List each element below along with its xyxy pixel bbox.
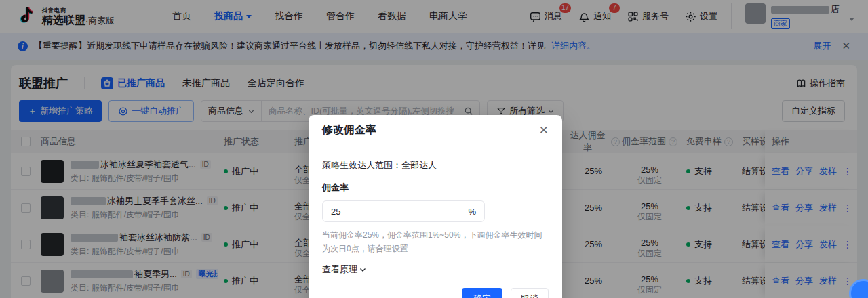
modal-close-icon[interactable]: ✕ [539, 125, 549, 136]
percent-suffix: % [468, 207, 476, 217]
cancel-button[interactable]: 取消 [511, 288, 549, 298]
commission-rate-input[interactable]: 25 % [322, 200, 485, 222]
view-principle-link[interactable]: 查看原理 [322, 263, 366, 276]
commission-rate-label: 佣金率 [322, 182, 549, 194]
app-screen: { "navbar": { "brand": {"top": "抖音电商", "… [0, 0, 868, 298]
confirm-button[interactable]: 确定 [462, 288, 502, 298]
commission-hint-text: 当前佣金率25%，佣金率范围1%~50%，下调佣金率生效时间为次日0点，请合理设… [322, 228, 549, 255]
strategy-scope-text: 策略生效达人范围：全部达人 [322, 159, 549, 171]
modal-title: 修改佣金率 [322, 123, 376, 137]
chevron-down-icon [359, 266, 366, 273]
edit-commission-modal: 修改佣金率 ✕ 策略生效达人范围：全部达人 佣金率 25 % 当前佣金率25%，… [309, 115, 562, 298]
commission-rate-value: 25 [331, 207, 340, 217]
